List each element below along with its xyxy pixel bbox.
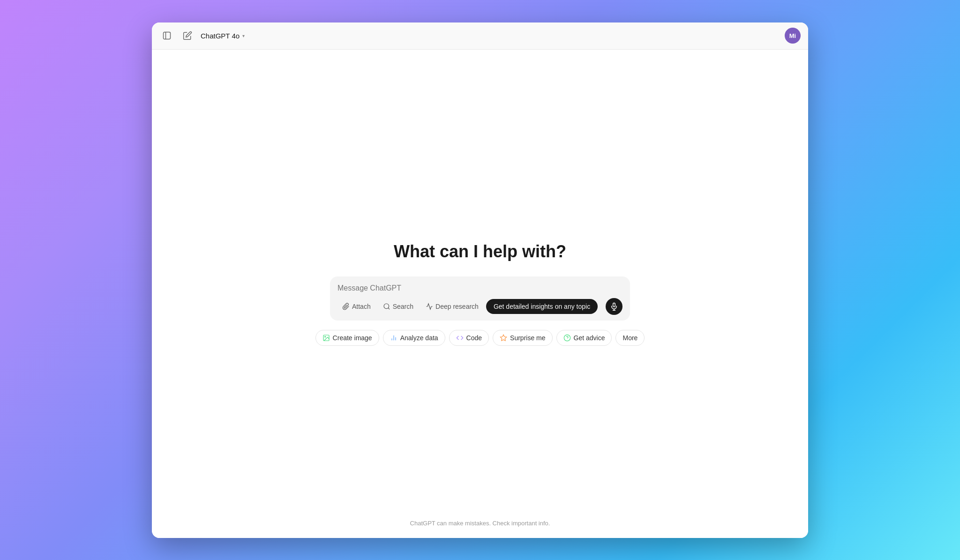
suggestions-row: Create image Analyze data Code bbox=[315, 330, 645, 346]
mic-button[interactable] bbox=[606, 298, 622, 315]
get-advice-label: Get advice bbox=[574, 334, 605, 342]
analyze-data-button[interactable]: Analyze data bbox=[383, 330, 445, 346]
app-window: ChatGPT 4o ▾ Mi What can I help with? At… bbox=[152, 22, 808, 538]
svg-point-8 bbox=[324, 336, 325, 337]
svg-point-13 bbox=[564, 335, 570, 341]
analyze-data-icon bbox=[390, 334, 398, 342]
main-content: What can I help with? Attach Search bbox=[152, 50, 808, 538]
input-toolbar: Attach Search Deep research Ge bbox=[338, 298, 622, 315]
mic-icon bbox=[610, 302, 618, 311]
titlebar: ChatGPT 4o ▾ Mi bbox=[152, 22, 808, 50]
titlebar-right: Mi bbox=[785, 28, 801, 44]
attach-button[interactable]: Attach bbox=[338, 300, 375, 313]
more-button[interactable]: More bbox=[615, 330, 645, 346]
create-image-label: Create image bbox=[333, 334, 372, 342]
svg-marker-12 bbox=[500, 335, 506, 341]
attach-icon bbox=[342, 303, 350, 310]
code-label: Code bbox=[466, 334, 482, 342]
svg-rect-4 bbox=[613, 303, 615, 306]
new-chat-button[interactable] bbox=[180, 28, 195, 43]
titlebar-left: ChatGPT 4o ▾ bbox=[159, 28, 245, 43]
model-name: ChatGPT 4o bbox=[201, 32, 240, 40]
svg-rect-0 bbox=[164, 32, 171, 39]
code-icon bbox=[456, 334, 464, 342]
avatar[interactable]: Mi bbox=[785, 28, 801, 44]
chevron-down-icon: ▾ bbox=[242, 33, 245, 38]
get-advice-button[interactable]: Get advice bbox=[556, 330, 612, 346]
surprise-me-label: Surprise me bbox=[510, 334, 545, 342]
tooltip-text: Get detailed insights on any topic bbox=[494, 303, 590, 310]
deep-research-label: Deep research bbox=[435, 303, 479, 310]
model-selector[interactable]: ChatGPT 4o ▾ bbox=[201, 32, 245, 40]
create-image-button[interactable]: Create image bbox=[315, 330, 379, 346]
svg-point-2 bbox=[384, 304, 389, 309]
more-label: More bbox=[622, 334, 638, 342]
footer-disclaimer: ChatGPT can make mistakes. Check importa… bbox=[410, 520, 550, 527]
surprise-me-button[interactable]: Surprise me bbox=[493, 330, 552, 346]
deep-research-button[interactable]: Deep research bbox=[421, 300, 483, 313]
create-image-icon bbox=[322, 334, 330, 342]
search-icon bbox=[383, 303, 390, 310]
deep-research-icon bbox=[426, 303, 433, 310]
tooltip-bubble[interactable]: Get detailed insights on any topic bbox=[486, 299, 598, 314]
surprise-icon bbox=[500, 334, 507, 342]
sidebar-toggle-button[interactable] bbox=[159, 28, 174, 43]
chat-input-container: Attach Search Deep research Ge bbox=[330, 276, 630, 321]
attach-label: Attach bbox=[352, 303, 371, 310]
search-label: Search bbox=[393, 303, 413, 310]
message-input[interactable] bbox=[338, 284, 622, 292]
svg-line-3 bbox=[388, 308, 390, 309]
code-button[interactable]: Code bbox=[449, 330, 489, 346]
footer-text: ChatGPT can make mistakes. Check importa… bbox=[410, 520, 550, 527]
page-heading: What can I help with? bbox=[394, 242, 566, 261]
get-advice-icon bbox=[563, 334, 571, 342]
analyze-data-label: Analyze data bbox=[400, 334, 438, 342]
search-button[interactable]: Search bbox=[378, 300, 418, 313]
